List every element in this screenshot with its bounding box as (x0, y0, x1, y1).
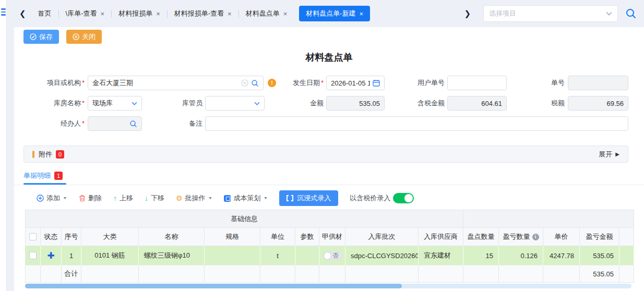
info-icon[interactable]: i (532, 234, 539, 240)
table-row[interactable]: ✚ 1 0101 钢筋 螺纹三级钢φ10 t 否 sdpc-CLCGYSD202… (25, 246, 634, 265)
trash-icon (79, 195, 86, 202)
tax-price-toggle[interactable] (393, 193, 414, 203)
expand-arrow-icon: ▶ (615, 151, 619, 157)
detail-count-badge: 1 (54, 172, 63, 180)
user-no-input[interactable] (447, 76, 507, 90)
delete-button[interactable]: 删除 (79, 193, 102, 203)
expand-button[interactable]: 展开 ▶ (599, 150, 619, 159)
chevron-down-icon (606, 11, 612, 16)
group-header-empty (463, 210, 634, 228)
search-icon[interactable] (129, 120, 137, 128)
chevron-down-icon: ▼ (63, 196, 67, 200)
project-input[interactable]: 金石大厦三期 (88, 76, 264, 90)
chevron-down-icon: ▼ (263, 196, 268, 200)
table-group-header-row: 基础信息 (25, 210, 634, 228)
tab-close-icon[interactable]: × (228, 10, 232, 18)
menu-icon[interactable] (1, 8, 6, 17)
fullscreen-brackets-icon (287, 195, 293, 201)
table-total-row: 合计 535.05 (25, 265, 634, 283)
detail-table: 基础信息 状态 序号 大类 名称 规格 单位 参数 甲供材 入库批次 入库供应商… (25, 210, 634, 283)
horizontal-scrollbar[interactable] (25, 284, 631, 288)
info-icon[interactable]: ! (268, 79, 276, 87)
batch-ops-button[interactable]: ⚙ 批操作▼ (176, 193, 212, 203)
tax-price-toggle-label: 以含税价录入 (350, 193, 390, 203)
amount-input: 535.05 (326, 96, 385, 111)
gear-icon: ⚙ (176, 194, 183, 202)
group-header-basic-info: 基础信息 (25, 210, 463, 228)
keeper-select[interactable] (205, 96, 265, 111)
keeper-label: 库管员 (146, 96, 202, 111)
page-title: 材料盘点单 (14, 51, 644, 64)
arrow-up-icon: ↑ (113, 194, 117, 202)
arrow-down-icon: ↓ (145, 194, 148, 202)
tabbar-right-group: ❯ 选择项目 (459, 0, 637, 27)
attachment-bar[interactable]: 附件 0 展开 ▶ (23, 146, 628, 163)
chevron-down-icon (132, 102, 137, 105)
scrollbar-thumb[interactable] (25, 284, 402, 288)
project-label: 项目或机构* (21, 76, 85, 90)
handler-label: 经办人* (21, 116, 85, 131)
row-checkbox[interactable] (29, 252, 37, 259)
doc-no-label: 单号 (519, 76, 565, 90)
tabs-scroll-right-icon[interactable]: ❯ (459, 9, 476, 18)
tab-close-icon[interactable]: × (101, 10, 105, 18)
immersive-entry-button[interactable]: 沉浸式录入 (279, 190, 338, 206)
tax-amount-label: 含税金额 (399, 96, 445, 111)
project-select-placeholder: 选择项目 (489, 9, 606, 18)
tax-amount-input: 604.61 (447, 96, 507, 111)
remark-label: 备注 (146, 116, 202, 131)
grid-toolbar: 添加▼ 删除 ↑ 上移 ↓ 下移 ⚙ 批操作▼ 成本策划▼ 沉浸式录入 以含税价… (37, 190, 414, 206)
search-icon[interactable] (625, 8, 637, 19)
check-circle-icon (30, 33, 37, 40)
date-label: 发生日期* (279, 76, 324, 90)
handler-input[interactable] (88, 116, 142, 131)
cost-planning-button[interactable]: 成本策划▼ (224, 193, 268, 203)
tab-stocktake-new-active[interactable]: 材料盘点单-新建× (299, 6, 370, 21)
tab-close-icon[interactable]: × (156, 10, 160, 18)
remark-input[interactable] (205, 116, 628, 131)
tab-close-icon[interactable]: × (360, 10, 364, 18)
close-button[interactable]: 关闭 (66, 30, 102, 44)
user-no-label: 用户单号 (399, 76, 445, 90)
calendar-icon[interactable] (373, 79, 380, 87)
tab-stocktake[interactable]: 材料盘点单× (239, 6, 294, 21)
warehouse-label: 库房名称* (21, 96, 85, 111)
section-marker-icon (32, 151, 34, 158)
tax-input: 69.56 (568, 96, 628, 111)
tab-outbound-view[interactable]: \库单-查看× (59, 6, 112, 21)
attachment-count-badge: 0 (56, 150, 64, 159)
date-input[interactable]: 2026-01-05 1 (326, 76, 385, 90)
tax-price-toggle-group: 以含税价录入 (350, 193, 414, 203)
add-button[interactable]: 添加▼ (37, 193, 67, 203)
tab-bar: ❮ 首页 \库单-查看× 材料报损单× 材料报损单-查看× 材料盘点单× 材料盘… (7, 0, 644, 27)
total-diff-amount: 535.05 (580, 265, 619, 283)
search-icon[interactable] (251, 79, 259, 87)
tab-close-icon[interactable]: × (283, 10, 288, 18)
tab-detail[interactable]: 单据明细 1 (23, 171, 63, 180)
total-label: 合计 (62, 265, 81, 283)
owner-supplied-toggle[interactable]: 否 (323, 251, 342, 260)
screen: ❮ 首页 \库单-查看× 材料报损单× 材料报损单-查看× 材料盘点单× 材料盘… (0, 0, 644, 291)
tab-material-loss[interactable]: 材料报损单× (112, 6, 167, 21)
tab-home[interactable]: 首页 (31, 6, 58, 21)
clear-icon[interactable] (241, 79, 248, 87)
doc-no-input (568, 76, 628, 90)
row-add-status-icon[interactable]: ✚ (47, 250, 54, 261)
divider (14, 185, 644, 185)
left-sidebar-strip (0, 0, 7, 291)
move-down-button[interactable]: ↓ 下移 (145, 193, 164, 203)
tabs-scroll-left-icon[interactable]: ❮ (14, 9, 31, 18)
table-header-row: 状态 序号 大类 名称 规格 单位 参数 甲供材 入库批次 入库供应商 盘点数量… (25, 228, 634, 246)
plus-circle-icon (37, 195, 44, 202)
tab-material-loss-view[interactable]: 材料报损单-查看× (168, 6, 238, 21)
diff-qty-header: 盈亏数量i (499, 228, 543, 246)
project-select[interactable]: 选择项目 (483, 5, 618, 22)
move-up-button[interactable]: ↑ 上移 (113, 193, 133, 203)
clipped-column (619, 228, 634, 246)
tax-label: 税额 (519, 96, 565, 111)
warehouse-select[interactable]: 现场库 (88, 96, 142, 111)
select-all-checkbox[interactable] (29, 233, 37, 240)
chevron-down-icon: ▼ (208, 196, 212, 200)
attachment-label: 附件 (39, 150, 52, 159)
save-button[interactable]: 保存 (23, 30, 59, 44)
